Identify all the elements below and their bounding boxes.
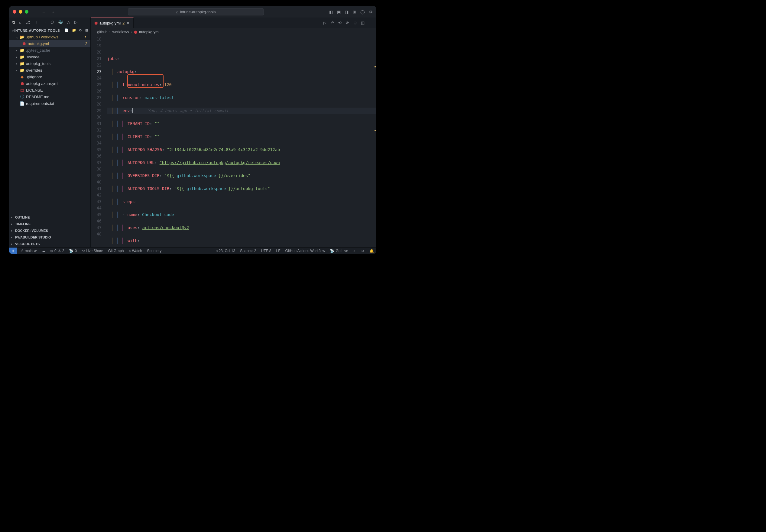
- layout-secondary-icon[interactable]: ◨: [345, 10, 349, 14]
- play-run-icon[interactable]: ▷: [74, 20, 77, 25]
- sourcery[interactable]: Sourcery: [144, 249, 164, 253]
- copilot-icon[interactable]: ☺: [359, 249, 367, 253]
- layout-custom-icon[interactable]: ⊞: [353, 10, 356, 14]
- debug-pause-icon[interactable]: ⏸: [34, 20, 38, 25]
- file-label: .gitignore: [26, 75, 42, 79]
- minimap[interactable]: [375, 36, 376, 247]
- search-panel-icon[interactable]: ⌕: [19, 20, 21, 25]
- folder-label: .pytest_cache: [26, 48, 50, 53]
- git-icon: ◆: [19, 75, 25, 79]
- file-label: requirements.txt: [26, 101, 54, 106]
- broadcast-icon: 📡: [330, 249, 334, 253]
- chevron-right-icon: ›: [16, 68, 19, 73]
- run-icon[interactable]: ▷: [323, 21, 326, 25]
- branch-icon: ⎇: [19, 249, 24, 253]
- command-center[interactable]: ⌕ intune-autopkg-tools: [128, 8, 264, 15]
- cursor-position[interactable]: Ln 23, Col 13: [211, 249, 238, 253]
- nav-back[interactable]: ←: [42, 10, 46, 14]
- layout-primary-icon[interactable]: ◧: [329, 10, 333, 14]
- bell-icon[interactable]: 🔔: [367, 249, 376, 253]
- split-icon[interactable]: ◫: [361, 21, 365, 25]
- docker-icon[interactable]: 🐳: [58, 20, 63, 25]
- encoding[interactable]: UTF-8: [259, 249, 274, 253]
- file-label: README.md: [26, 95, 49, 99]
- panel-pets[interactable]: ›VS CODE PETS: [9, 241, 90, 247]
- warning-icon[interactable]: △: [67, 20, 70, 25]
- folder-vscode[interactable]: › 📁 .vscode: [9, 54, 90, 60]
- code-content[interactable]: jobs: autopkg: timeout-minutes: 120 runs…: [107, 36, 376, 247]
- panel-pwa[interactable]: ›PWABUILDER STUDIO: [9, 234, 90, 241]
- collapse-icon[interactable]: ⊟: [85, 28, 88, 32]
- folder-icon: 📁: [19, 68, 25, 73]
- error-icon: ⊗: [50, 249, 53, 253]
- layout-panel-icon[interactable]: ▣: [337, 10, 341, 14]
- language-mode[interactable]: GitHub Actions Workflow: [283, 249, 328, 253]
- panel-outline[interactable]: ›OUTLINE: [9, 214, 90, 221]
- breadcrumb-file[interactable]: autopkg.yml: [139, 30, 159, 34]
- tab-autopkg-yml[interactable]: ⬢ autopkg.yml 2 ✕: [91, 18, 134, 28]
- chevron-right-icon: ›: [109, 30, 111, 34]
- hexagon-icon[interactable]: ⬡: [50, 20, 54, 25]
- golive[interactable]: 📡Go Live: [327, 249, 350, 253]
- cloud-icon[interactable]: ☁: [39, 249, 48, 253]
- eol[interactable]: LF: [274, 249, 283, 253]
- account-icon[interactable]: ◯: [360, 10, 365, 14]
- explorer-icon[interactable]: ⧉: [12, 20, 15, 25]
- revert-icon[interactable]: ↶: [331, 21, 334, 25]
- watch[interactable]: ○Watch: [126, 249, 144, 253]
- code-editor[interactable]: 1819202122 2324252627 2829303132 3334353…: [91, 36, 376, 247]
- gitgraph[interactable]: Git Graph: [105, 249, 126, 253]
- folder-icon: 📁: [19, 48, 25, 53]
- titlebar: ← → ⌕ intune-autopkg-tools ◧ ▣ ◨ ⊞ ◯ ⚙: [9, 6, 376, 18]
- file-requirements[interactable]: 📄 requirements.txt: [9, 100, 90, 107]
- folder-label: .github / workflows: [26, 35, 58, 39]
- antenna-icon: 📡: [69, 249, 73, 253]
- ports[interactable]: 📡0: [67, 249, 79, 253]
- folder-autopkg-tools[interactable]: › 📁 autopkg_tools: [9, 60, 90, 67]
- file-label: autopkg-azure.yml: [26, 81, 58, 86]
- new-folder-icon[interactable]: 📁: [72, 28, 76, 32]
- new-file-icon[interactable]: 📄: [64, 28, 69, 32]
- tab-close-icon[interactable]: ✕: [126, 21, 130, 25]
- refresh-icon[interactable]: ⟳: [79, 28, 82, 32]
- panel-timeline[interactable]: ›TIMELINE: [9, 221, 90, 227]
- diff-next-icon[interactable]: ⟳: [346, 21, 349, 25]
- file-readme[interactable]: ⓘ README.md: [9, 93, 90, 100]
- file-autopkg-azure[interactable]: ⬢ autopkg-azure.yml: [9, 80, 90, 87]
- indent[interactable]: Spaces: 2: [238, 249, 258, 253]
- liveshare[interactable]: ⟲Live Share: [79, 249, 105, 253]
- source-control-icon[interactable]: ⎇: [26, 20, 30, 25]
- compare-icon[interactable]: ⊙: [353, 21, 357, 25]
- folder-github-workflows[interactable]: ⌄ 📂 .github / workflows •: [9, 34, 90, 40]
- git-branch[interactable]: ⎇main⟳: [17, 249, 39, 253]
- license-icon: ▤: [19, 88, 25, 92]
- traffic-lights: [13, 10, 28, 14]
- settings-gear-icon[interactable]: ⚙: [369, 10, 373, 14]
- nav-forward[interactable]: →: [51, 10, 55, 14]
- breadcrumb[interactable]: .github › workflows › ⬢ autopkg.yml: [91, 28, 376, 36]
- yaml-icon: ⬢: [19, 81, 25, 86]
- warning-icon: ⚠: [58, 249, 61, 253]
- explorer-header[interactable]: ⌄ INTUNE-AUTOPKG-TOOLS 📄 📁 ⟳ ⊟: [9, 27, 90, 34]
- file-gitignore[interactable]: ◆ .gitignore: [9, 73, 90, 80]
- file-autopkg-yml[interactable]: ⬢ autopkg.yml 2: [9, 40, 90, 47]
- remote-indicator[interactable]: ⟩⟨: [9, 248, 17, 254]
- prettier-icon[interactable]: ✓: [351, 249, 359, 253]
- folder-overrides[interactable]: › 📁 overrides: [9, 67, 90, 73]
- problems[interactable]: ⊗0 ⚠2: [48, 249, 67, 253]
- copy-icon[interactable]: ▭: [43, 20, 46, 25]
- file-license[interactable]: ▤ LICENSE: [9, 87, 90, 93]
- file-badge: 2: [85, 41, 90, 46]
- diff-prev-icon[interactable]: ⟲: [338, 21, 342, 25]
- folder-icon: 📁: [19, 55, 25, 59]
- close-window[interactable]: [13, 10, 16, 14]
- folder-pytest-cache[interactable]: › 📁 .pytest_cache: [9, 47, 90, 54]
- minimize-window[interactable]: [19, 10, 22, 14]
- breadcrumb-seg[interactable]: workflows: [112, 30, 129, 34]
- chevron-down-icon: ⌄: [16, 35, 19, 39]
- fullscreen-window[interactable]: [25, 10, 28, 14]
- more-icon[interactable]: ⋯: [369, 21, 373, 25]
- yaml-icon: ⬢: [134, 30, 137, 34]
- breadcrumb-seg[interactable]: .github: [96, 30, 108, 34]
- panel-docker[interactable]: ›DOCKER: VOLUMES: [9, 227, 90, 234]
